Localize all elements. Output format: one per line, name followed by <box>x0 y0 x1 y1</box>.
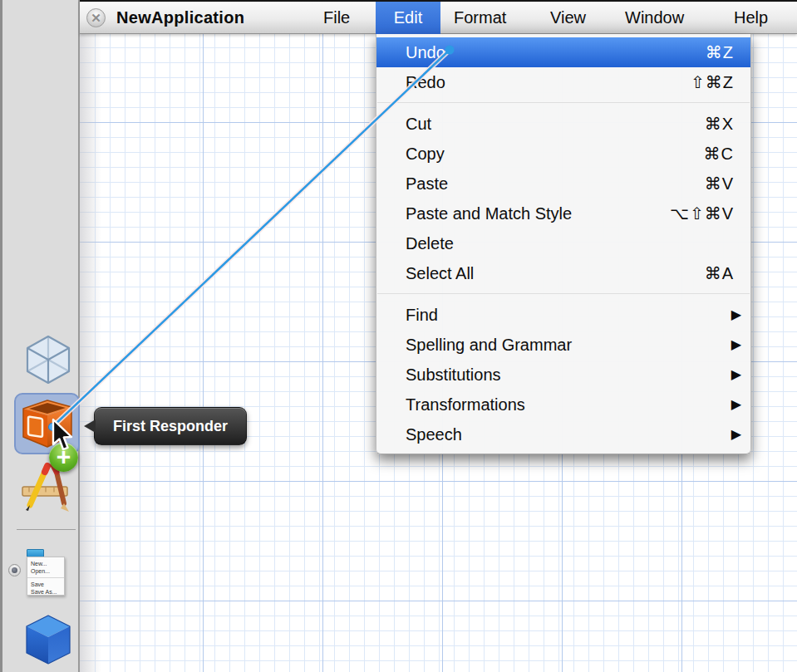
shortcut: ⌘A <box>705 258 734 288</box>
close-icon[interactable]: ✕ <box>86 8 106 27</box>
sidebar-divider <box>17 529 76 530</box>
menu-item-label: Spelling and Grammar <box>406 336 572 354</box>
menu-item-redo[interactable]: Redo ⇧⌘Z <box>376 67 750 97</box>
shortcut: ⇧⌘Z <box>691 67 734 97</box>
menu-separator <box>376 97 750 109</box>
menu-item-label: Cut <box>406 115 431 133</box>
minidoc-item: Save As... <box>31 588 64 596</box>
menu-item-undo[interactable]: Undo ⌘Z <box>376 37 750 67</box>
menu-item-paste-match-style[interactable]: Paste and Match Style ⌥⇧⌘V <box>376 199 750 228</box>
mouse-cursor-icon <box>51 418 74 453</box>
object-cube-icon[interactable] <box>25 614 71 665</box>
menu-item-label: Undo <box>406 43 445 61</box>
shortcut: ⌘Z <box>706 37 734 67</box>
placeholder-cube-icon[interactable] <box>25 334 71 385</box>
submenu-arrow-icon: ▶ <box>731 300 741 330</box>
minidoc-item: Open... <box>31 567 64 575</box>
menubar-item-window[interactable]: Window <box>625 2 684 34</box>
menu-item-substitutions[interactable]: Substitutions ▶ <box>376 360 750 390</box>
minidoc-panel: New... Open... Save Save As... <box>27 557 65 596</box>
menu-item-cut[interactable]: Cut ⌘X <box>376 109 750 139</box>
shortcut: ⌘V <box>705 169 734 199</box>
minidoc-item: New... <box>31 560 64 567</box>
menubar-item-format[interactable]: Format <box>454 2 506 34</box>
main-menu-document-icon[interactable]: New... Open... Save Save As... <box>26 549 66 596</box>
menu-bar: ✕ NewApplication File Edit Format View W… <box>80 0 797 34</box>
tooltip-tail <box>84 419 96 433</box>
menubar-item-view[interactable]: View <box>550 2 586 34</box>
shortcut: ⌥⇧⌘V <box>670 199 734 228</box>
menu-item-delete[interactable]: Delete <box>376 228 750 258</box>
first-responder-tooltip: First Responder <box>94 407 247 445</box>
minidoc-separator <box>27 577 64 578</box>
shortcut: ⌘C <box>704 139 734 169</box>
submenu-arrow-icon: ▶ <box>731 419 741 449</box>
submenu-arrow-icon: ▶ <box>731 390 741 419</box>
menu-item-copy[interactable]: Copy ⌘C <box>376 139 750 169</box>
menu-item-label: Select All <box>406 264 474 282</box>
menubar-item-file[interactable]: File <box>323 2 350 34</box>
menu-item-find[interactable]: Find ▶ <box>376 300 750 330</box>
menu-item-label: Speech <box>406 425 462 444</box>
submenu-arrow-icon: ▶ <box>731 330 741 360</box>
menu-item-label: Find <box>406 306 438 324</box>
objects-sidebar: New... Open... Save Save As... <box>0 0 80 672</box>
menu-item-label: Substitutions <box>406 365 501 384</box>
edit-dropdown-menu: Undo ⌘Z Redo ⇧⌘Z Cut ⌘X Copy ⌘C Paste ⌘V… <box>376 34 751 454</box>
menubar-item-help[interactable]: Help <box>734 2 768 34</box>
submenu-arrow-icon: ▶ <box>731 360 741 390</box>
shortcut: ⌘X <box>705 109 734 139</box>
radio-dot <box>12 567 17 573</box>
menubar-item-edit[interactable]: Edit <box>376 2 440 34</box>
tooltip-text: First Responder <box>113 418 228 434</box>
menu-item-select-all[interactable]: Select All ⌘A <box>376 258 750 288</box>
menu-item-speech[interactable]: Speech ▶ <box>376 419 750 449</box>
minidoc-item: Save <box>31 581 64 588</box>
menu-item-transformations[interactable]: Transformations ▶ <box>376 390 750 419</box>
menu-item-spelling-grammar[interactable]: Spelling and Grammar ▶ <box>376 330 750 360</box>
menu-selected-radio[interactable] <box>8 564 21 576</box>
menu-item-label: Paste <box>406 174 448 193</box>
menu-item-label: Delete <box>406 234 454 253</box>
menu-item-paste[interactable]: Paste ⌘V <box>376 169 750 199</box>
menubar-app-title[interactable]: NewApplication <box>116 2 244 34</box>
menu-item-label: Paste and Match Style <box>406 204 572 223</box>
interface-builder-canvas: New... Open... Save Save As... <box>0 0 797 672</box>
menu-item-label: Copy <box>406 145 445 163</box>
menu-item-label: Redo <box>406 73 445 91</box>
menu-separator <box>376 288 750 300</box>
menu-item-label: Transformations <box>406 395 525 414</box>
